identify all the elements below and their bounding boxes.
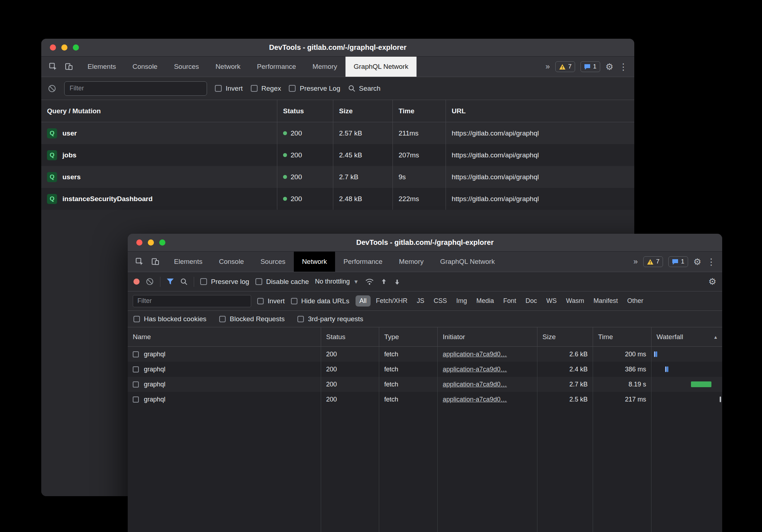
waterfall-cell[interactable]: [651, 347, 722, 362]
minimize-button[interactable]: [61, 44, 67, 51]
waterfall-cell[interactable]: [651, 362, 722, 377]
filter-input[interactable]: [64, 81, 207, 96]
col-type[interactable]: Type: [379, 327, 437, 346]
request-row[interactable]: graphql 200 fetch application-a7ca9d0… 2…: [128, 362, 722, 377]
record-icon[interactable]: [133, 279, 140, 285]
tab-memory[interactable]: Memory: [391, 252, 432, 272]
chip-other[interactable]: Other: [623, 295, 647, 307]
col-status[interactable]: Status: [321, 327, 379, 346]
table-row[interactable]: Qusers 200 2.7 kB 9s https://gitlab.com/…: [41, 166, 634, 188]
initiator-link[interactable]: application-a7ca9d0…: [443, 366, 507, 373]
invert-checkbox[interactable]: Invert: [215, 85, 243, 92]
filter-funnel-icon[interactable]: [166, 278, 174, 285]
tab-console[interactable]: Console: [124, 57, 166, 77]
col-url[interactable]: URL: [446, 100, 634, 122]
row-checkbox[interactable]: [133, 366, 139, 372]
tab-performance[interactable]: Performance: [335, 252, 391, 272]
col-size[interactable]: Size: [537, 327, 593, 346]
checkbox-box[interactable]: [200, 278, 207, 285]
settings-gear-icon[interactable]: ⚙: [693, 257, 701, 266]
table-row[interactable]: Qjobs 200 2.45 kB 207ms https://gitlab.c…: [41, 144, 634, 166]
tab-graphql-network[interactable]: GraphQL Network: [432, 252, 503, 272]
preserve-log-checkbox[interactable]: Preserve log: [200, 278, 249, 286]
col-initiator[interactable]: Initiator: [437, 327, 537, 346]
disable-cache-checkbox[interactable]: Disable cache: [255, 278, 309, 286]
tab-graphql-network[interactable]: GraphQL Network: [345, 57, 417, 77]
clear-icon[interactable]: [146, 277, 154, 286]
row-checkbox[interactable]: [133, 381, 139, 388]
chip-img[interactable]: Img: [452, 295, 471, 307]
import-har-icon[interactable]: [380, 278, 387, 285]
initiator-link[interactable]: application-a7ca9d0…: [443, 351, 507, 358]
checkbox-box[interactable]: [133, 316, 140, 322]
tab-network[interactable]: Network: [294, 252, 335, 272]
titlebar[interactable]: DevTools - gitlab.com/-/graphql-explorer: [41, 39, 634, 57]
chip-css[interactable]: CSS: [430, 295, 451, 307]
initiator-link[interactable]: application-a7ca9d0…: [443, 381, 507, 388]
checkbox-box[interactable]: [219, 316, 226, 322]
chip-wasm[interactable]: Wasm: [562, 295, 588, 307]
inspect-icon[interactable]: [133, 255, 146, 269]
col-query-mutation[interactable]: Query / Mutation: [41, 100, 277, 122]
more-tabs-icon[interactable]: »: [545, 62, 550, 71]
device-toolbar-icon[interactable]: [62, 60, 76, 73]
blocked-requests-checkbox[interactable]: Blocked Requests: [219, 315, 284, 323]
close-button[interactable]: [136, 239, 142, 246]
col-time[interactable]: Time: [392, 100, 446, 122]
kebab-menu-icon[interactable]: ⋮: [619, 62, 628, 71]
filter-input[interactable]: [133, 295, 251, 307]
chip-ws[interactable]: WS: [542, 295, 561, 307]
waterfall-cell[interactable]: [651, 392, 722, 407]
search-toggle[interactable]: Search: [348, 85, 380, 92]
third-party-requests-checkbox[interactable]: 3rd-party requests: [297, 315, 363, 323]
row-checkbox[interactable]: [133, 351, 139, 357]
table-row[interactable]: Quser 200 2.57 kB 211ms https://gitlab.c…: [41, 122, 634, 144]
chip-manifest[interactable]: Manifest: [589, 295, 622, 307]
checkbox-box[interactable]: [297, 316, 304, 322]
chip-js[interactable]: JS: [413, 295, 428, 307]
row-checkbox[interactable]: [133, 396, 139, 403]
tab-performance[interactable]: Performance: [249, 57, 304, 77]
col-waterfall[interactable]: Waterfall▲: [651, 327, 722, 346]
preserve-log-checkbox[interactable]: Preserve Log: [289, 85, 340, 92]
tab-sources[interactable]: Sources: [252, 252, 294, 272]
more-tabs-icon[interactable]: »: [633, 257, 638, 266]
block-icon[interactable]: [48, 84, 56, 93]
warnings-badge[interactable]: 7: [555, 61, 575, 72]
network-conditions-icon[interactable]: [365, 278, 374, 285]
checkbox-box[interactable]: [215, 85, 222, 92]
table-row[interactable]: QinstanceSecurityDashboard 200 2.48 kB 2…: [41, 188, 634, 210]
search-icon[interactable]: [180, 278, 188, 285]
col-status[interactable]: Status: [277, 100, 333, 122]
has-blocked-cookies-checkbox[interactable]: Has blocked cookies: [133, 315, 206, 323]
titlebar[interactable]: DevTools - gitlab.com/-/graphql-explorer: [128, 234, 722, 252]
issues-badge[interactable]: 1: [580, 61, 600, 72]
invert-checkbox[interactable]: Invert: [257, 297, 285, 305]
chip-font[interactable]: Font: [499, 295, 520, 307]
zoom-button[interactable]: [73, 44, 79, 51]
tab-sources[interactable]: Sources: [166, 57, 207, 77]
tab-elements[interactable]: Elements: [166, 252, 211, 272]
tab-memory[interactable]: Memory: [304, 57, 345, 77]
minimize-button[interactable]: [148, 239, 154, 246]
export-har-icon[interactable]: [394, 278, 401, 285]
col-time[interactable]: Time: [593, 327, 651, 346]
request-row[interactable]: graphql 200 fetch application-a7ca9d0… 2…: [128, 347, 722, 362]
issues-badge[interactable]: 1: [668, 256, 688, 267]
chip-doc[interactable]: Doc: [522, 295, 541, 307]
settings-gear-icon[interactable]: ⚙: [606, 62, 613, 71]
initiator-link[interactable]: application-a7ca9d0…: [443, 396, 507, 403]
request-row[interactable]: graphql 200 fetch application-a7ca9d0… 2…: [128, 377, 722, 392]
tab-console[interactable]: Console: [211, 252, 252, 272]
inspect-icon[interactable]: [46, 60, 60, 73]
checkbox-box[interactable]: [255, 278, 262, 285]
regex-checkbox[interactable]: Regex: [251, 85, 281, 92]
waterfall-cell[interactable]: [651, 377, 722, 392]
zoom-button[interactable]: [159, 239, 165, 246]
kebab-menu-icon[interactable]: ⋮: [707, 257, 716, 266]
checkbox-box[interactable]: [251, 85, 258, 92]
col-size[interactable]: Size: [333, 100, 392, 122]
checkbox-box[interactable]: [289, 85, 296, 92]
device-toolbar-icon[interactable]: [149, 255, 162, 269]
throttling-dropdown[interactable]: No throttling ▼: [315, 278, 359, 285]
